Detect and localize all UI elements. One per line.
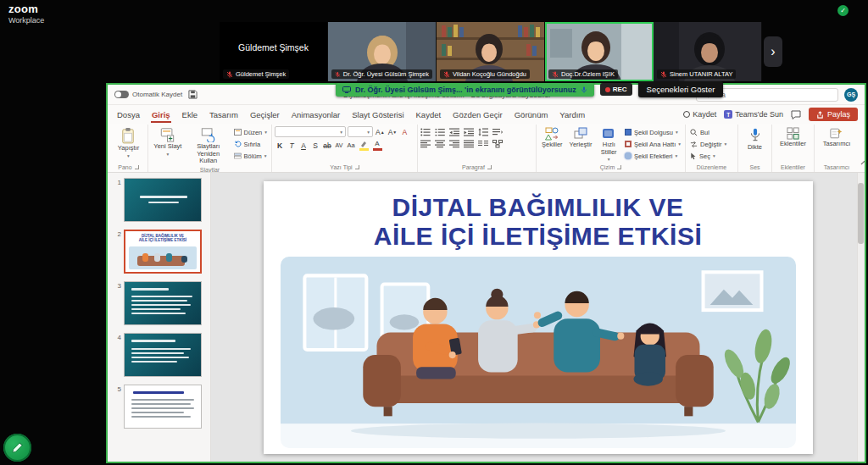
ribbon-group-drawing: Şekiller Yerleştir Hızlı Stiller ▾: [537, 125, 686, 172]
tab-giris[interactable]: Giriş: [146, 108, 176, 122]
next-participants-button[interactable]: ›: [764, 36, 782, 67]
slide-thumbnail-3[interactable]: 3: [108, 281, 210, 325]
quick-styles-button[interactable]: Hızlı Stiller ▾: [596, 126, 621, 163]
participant-tile[interactable]: Vildan Koçoğlu Gündoğdu: [437, 22, 545, 81]
font-size-combo[interactable]: ▾: [348, 126, 373, 137]
recording-dot-icon: [605, 87, 610, 92]
chevron-down-icon: ▾: [713, 153, 715, 158]
character-spacing-button[interactable]: AV: [334, 140, 344, 151]
tab-yardim[interactable]: Yardım: [554, 108, 591, 122]
highlight-color-button[interactable]: [358, 141, 370, 151]
shrink-font-button[interactable]: A▼: [387, 126, 398, 137]
slide-thumbnail-2-selected[interactable]: 2 DİJTAL BAĞIMLILIK VE AİLE İÇİ İLETİŞİM…: [108, 230, 210, 274]
scrollbar-thumb[interactable]: [858, 183, 864, 244]
reset-icon: [234, 141, 242, 147]
shape-effects-button[interactable]: Şekil Efektleri▾: [623, 151, 682, 161]
present-in-teams-button[interactable]: T Teams'de Sun: [724, 110, 783, 119]
numbering-icon[interactable]: [435, 128, 445, 136]
arrange-button[interactable]: Yerleştir: [567, 126, 595, 150]
tab-tasarim[interactable]: Tasarım: [203, 108, 244, 122]
slide-thumbnail-4[interactable]: 4: [108, 333, 210, 377]
reset-button[interactable]: Sıfırla: [232, 139, 269, 149]
user-avatar[interactable]: GŞ: [844, 88, 858, 102]
autosave-control[interactable]: Otomatik Kaydet: [114, 91, 182, 98]
record-button[interactable]: Kaydet: [683, 110, 716, 119]
participant-tile[interactable]: Dr. Öğr. Üyesi Gülsüm Şimşek: [328, 22, 437, 81]
autosave-toggle[interactable]: [114, 91, 129, 98]
save-icon[interactable]: [188, 90, 198, 99]
italic-button[interactable]: T: [287, 140, 297, 151]
shape-fill-button[interactable]: Şekil Dolgusu▾: [623, 127, 682, 137]
zoom-logo: zoom Workplace: [8, 3, 44, 25]
font-color-button[interactable]: A: [371, 141, 383, 151]
addins-icon: [787, 127, 799, 140]
encryption-shield-icon: ✓: [837, 5, 849, 16]
addins-button[interactable]: Eklentiler: [777, 126, 809, 149]
collapse-ribbon-icon[interactable]: [860, 153, 865, 169]
vertical-scrollbar[interactable]: [857, 173, 865, 462]
decrease-indent-icon[interactable]: [449, 128, 459, 136]
tab-dosya[interactable]: Dosya: [111, 108, 146, 122]
columns-icon[interactable]: [478, 140, 488, 148]
change-case-button[interactable]: Aa: [346, 140, 356, 151]
tab-gorunum[interactable]: Görünüm: [509, 108, 554, 122]
select-cursor-icon: [690, 152, 697, 160]
line-spacing-icon[interactable]: [478, 128, 488, 136]
slide-canvas[interactable]: DİJTAL BAĞIMLILIK VE AİLE İÇİ İLETİŞİME …: [264, 181, 813, 454]
tab-gozden-gecir[interactable]: Gözden Geçir: [447, 108, 509, 122]
select-button[interactable]: Seç▾: [688, 151, 717, 161]
share-button[interactable]: Paylaş: [809, 108, 858, 121]
align-right-icon[interactable]: [449, 140, 459, 148]
tab-ekle[interactable]: Ekle: [176, 108, 203, 122]
slide-thumbnail-1[interactable]: 1: [108, 178, 210, 222]
underline-button[interactable]: A: [298, 140, 309, 151]
increase-indent-icon[interactable]: [464, 128, 474, 136]
participant-name: Sinem UTANIR ALTAY: [670, 70, 732, 78]
shapes-icon: [545, 127, 559, 141]
clear-formatting-button[interactable]: A: [399, 126, 409, 137]
paste-button[interactable]: Yapıştır ▾: [115, 126, 142, 159]
ribbon-group-slides: Yeni Slayt ▾ Slaytları Yeniden Kullan Dü…: [148, 125, 272, 172]
smartart-convert-icon[interactable]: [492, 140, 503, 148]
dictate-button[interactable]: Dikte: [745, 126, 765, 152]
reuse-slides-button[interactable]: Slaytları Yeniden Kullan: [186, 126, 231, 166]
tab-animasyonlar[interactable]: Animasyonlar: [286, 108, 347, 122]
new-slide-button[interactable]: Yeni Slayt ▾: [151, 126, 185, 158]
screen-icon: [342, 86, 351, 93]
grow-font-button[interactable]: A▲: [375, 126, 386, 137]
layout-button[interactable]: Düzen▾: [232, 127, 269, 137]
chevron-down-icon: ▾: [264, 130, 267, 135]
dialog-launcher-icon[interactable]: [617, 165, 621, 169]
shape-outline-button[interactable]: Şekil Ana Hattı▾: [623, 139, 682, 149]
text-direction-icon[interactable]: [492, 128, 503, 136]
justify-icon[interactable]: [464, 140, 474, 148]
slide-thumbnail-5[interactable]: 5: [108, 385, 210, 429]
tab-kaydet[interactable]: Kaydet: [410, 108, 448, 122]
dialog-launcher-icon[interactable]: [355, 165, 359, 169]
align-center-icon[interactable]: [435, 140, 445, 148]
comments-icon[interactable]: [791, 110, 801, 119]
chevron-down-icon: ▾: [340, 130, 342, 135]
bullets-icon[interactable]: [420, 128, 431, 136]
tab-gecisler[interactable]: Geçişler: [244, 108, 286, 122]
replace-button[interactable]: Değiştir▾: [688, 139, 728, 149]
tab-slayt-gosterisi[interactable]: Slayt Gösterisi: [346, 108, 409, 122]
bold-button[interactable]: K: [275, 140, 285, 151]
find-button[interactable]: Bul: [688, 127, 711, 137]
text-shadow-button[interactable]: S: [310, 140, 320, 151]
participant-tile-active-speaker[interactable]: Doç.Dr.Özlem IŞIK: [545, 22, 654, 81]
dialog-launcher-icon[interactable]: [135, 165, 139, 169]
view-options-button[interactable]: Seçenekleri Göster: [638, 81, 724, 97]
dialog-launcher-icon[interactable]: [487, 165, 492, 169]
ribbon-group-addins: Eklentiler Eklentiler: [772, 125, 815, 172]
font-color-swatch: [373, 148, 382, 151]
strikethrough-button[interactable]: ab: [322, 140, 332, 151]
participant-tile[interactable]: Sinem UTANIR ALTAY: [654, 22, 762, 81]
section-button[interactable]: Bölüm▾: [232, 151, 269, 161]
font-name-combo[interactable]: ▾: [275, 126, 346, 137]
designer-button[interactable]: Tasarımcı: [821, 126, 854, 149]
annotate-button[interactable]: [3, 434, 31, 462]
shapes-button[interactable]: Şekiller: [539, 126, 565, 150]
participant-tile[interactable]: Güldemet Şimşek Güldemet Şimşek: [220, 22, 328, 81]
align-left-icon[interactable]: [420, 140, 431, 148]
